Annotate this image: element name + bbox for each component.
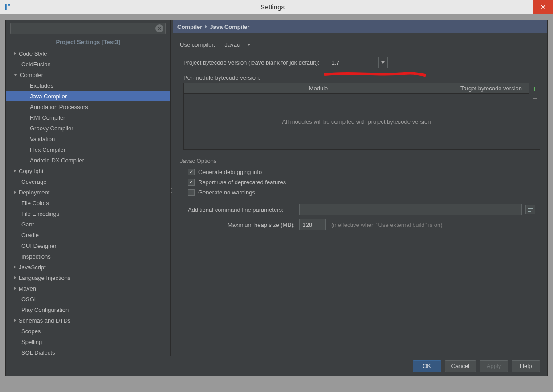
report-deprecated-checkbox[interactable] <box>188 179 195 186</box>
tree-item[interactable]: Validation <box>6 133 170 144</box>
close-button[interactable]: ✕ <box>533 0 553 14</box>
tree-item[interactable]: Compiler <box>6 69 170 80</box>
col-module[interactable]: Module <box>184 83 453 93</box>
tree-item[interactable]: Flex Compiler <box>6 144 170 155</box>
tree-item[interactable]: File Colors <box>6 198 170 208</box>
tree-item[interactable]: OSGi <box>6 294 170 304</box>
heap-label: Maximum heap size (MB): <box>188 222 299 228</box>
tree-item-label: File Colors <box>21 200 49 206</box>
tree-item[interactable]: Gant <box>6 219 170 230</box>
breadcrumb-root[interactable]: Compiler <box>177 24 202 30</box>
tree-item[interactable]: Copyright <box>6 166 170 176</box>
expand-params-button[interactable] <box>525 205 535 214</box>
tree-item-label: Coverage <box>21 178 46 185</box>
addl-params-label: Additional command line parameters: <box>188 206 299 213</box>
ok-button[interactable]: OK <box>413 360 441 372</box>
expand-right-icon[interactable] <box>14 169 16 173</box>
add-row-button[interactable]: + <box>533 85 537 93</box>
tree-item-label: ColdFusion <box>21 61 51 68</box>
module-bytecode-table: Module Target bytecode version All modul… <box>183 83 540 150</box>
tree-item[interactable]: JavaScript <box>6 262 170 272</box>
svg-rect-0 <box>528 208 533 209</box>
use-compiler-label: Use compiler: <box>180 41 215 48</box>
tree-item[interactable]: Deployment <box>6 187 170 198</box>
tree-item[interactable]: Language Injections <box>6 272 170 283</box>
tree-item[interactable]: Annotation Processors <box>6 101 170 112</box>
dialog-frame: ✕ Project Settings [Test3] Code StyleCol… <box>5 20 548 376</box>
dropdown-icon[interactable] <box>244 39 253 50</box>
generate-no-warnings-checkbox[interactable] <box>188 189 195 196</box>
tree-item[interactable]: Excludes <box>6 80 170 91</box>
breadcrumb-leaf: Java Compiler <box>210 24 249 30</box>
expand-right-icon[interactable] <box>14 265 16 269</box>
apply-button: Apply <box>480 360 508 372</box>
svg-rect-2 <box>528 211 531 212</box>
tree-item[interactable]: Gradle <box>6 230 170 240</box>
addl-params-input[interactable] <box>299 204 522 215</box>
tree-item-label: JavaScript <box>19 264 46 271</box>
clear-search-icon[interactable]: ✕ <box>155 24 163 32</box>
tree-item-label: OSGi <box>21 296 36 303</box>
expand-down-icon[interactable] <box>14 74 17 76</box>
tree-item[interactable]: Inspections <box>6 251 170 262</box>
project-bytecode-label: Project bytecode version (leave blank fo… <box>183 59 320 66</box>
window-title: Settings <box>12 3 533 11</box>
expand-right-icon[interactable] <box>14 190 16 194</box>
tree-item[interactable]: Java Compiler <box>6 91 170 101</box>
tree-item-label: RMI Compiler <box>30 114 65 121</box>
settings-tree[interactable]: Code StyleColdFusionCompilerExcludesJava… <box>6 48 170 356</box>
tree-item[interactable]: Play Configuration <box>6 304 170 315</box>
generate-debug-label: Generate debugging info <box>198 169 262 175</box>
dropdown-icon[interactable] <box>378 57 387 68</box>
tree-item-label: Maven <box>19 285 36 292</box>
expand-right-icon[interactable] <box>14 287 16 290</box>
tree-item[interactable]: Coverage <box>6 176 170 187</box>
settings-sidebar: ✕ Project Settings [Test3] Code StyleCol… <box>6 20 171 356</box>
tree-item[interactable]: SQL Dialects <box>6 347 170 356</box>
breadcrumb: Compiler Java Compiler <box>173 20 547 33</box>
tree-item[interactable]: RMI Compiler <box>6 112 170 123</box>
tree-item-label: Annotation Processors <box>30 104 88 110</box>
titlebar: Settings ✕ <box>0 0 553 14</box>
tree-item-label: GUI Designer <box>21 242 57 249</box>
generate-debug-checkbox[interactable] <box>188 169 195 175</box>
search-input[interactable]: ✕ <box>10 23 166 34</box>
tree-item-label: Schemas and DTDs <box>19 317 70 324</box>
tree-item-label: Deployment <box>19 189 49 196</box>
tree-item[interactable]: Code Style <box>6 48 170 59</box>
settings-form: Use compiler: Javac Project bytecode ver… <box>173 33 547 356</box>
tree-item[interactable]: Spelling <box>6 336 170 347</box>
heap-input[interactable] <box>299 219 326 230</box>
tree-item-label: Groovy Compiler <box>30 125 73 132</box>
remove-row-button: − <box>532 94 537 103</box>
use-compiler-combo[interactable]: Javac <box>220 39 253 50</box>
table-empty-text: All modules will be compiled with projec… <box>184 94 529 149</box>
tree-item-label: Java Compiler <box>30 93 67 100</box>
tree-item[interactable]: File Encodings <box>6 208 170 219</box>
app-logo-icon <box>4 3 12 11</box>
expand-right-icon[interactable] <box>14 276 16 279</box>
tree-item-label: Android DX Compiler <box>30 157 84 164</box>
cancel-button[interactable]: Cancel <box>445 360 476 372</box>
main-panel: Compiler Java Compiler Use compiler: Jav… <box>173 20 547 356</box>
svg-rect-1 <box>528 210 533 210</box>
project-bytecode-combo[interactable]: 1.7 <box>327 57 388 68</box>
tree-item[interactable]: Android DX Compiler <box>6 155 170 166</box>
javac-options-title: Javac Options <box>180 158 540 164</box>
help-button[interactable]: Help <box>512 360 540 372</box>
tree-item-label: Copyright <box>19 168 44 174</box>
tree-item[interactable]: Schemas and DTDs <box>6 315 170 326</box>
dialog-content: ✕ Project Settings [Test3] Code StyleCol… <box>6 20 547 356</box>
tree-item-label: Scopes <box>21 328 41 335</box>
tree-item-label: Validation <box>30 136 55 142</box>
tree-item[interactable]: Groovy Compiler <box>6 123 170 133</box>
tree-item-label: Language Injections <box>19 275 70 281</box>
tree-item[interactable]: GUI Designer <box>6 240 170 251</box>
tree-item[interactable]: ColdFusion <box>6 59 170 69</box>
report-deprecated-label: Report use of deprecated features <box>198 179 286 186</box>
expand-right-icon[interactable] <box>14 319 16 322</box>
col-target[interactable]: Target bytecode version <box>453 83 529 93</box>
tree-item[interactable]: Maven <box>6 283 170 294</box>
tree-item[interactable]: Scopes <box>6 326 170 336</box>
expand-right-icon[interactable] <box>14 52 16 55</box>
